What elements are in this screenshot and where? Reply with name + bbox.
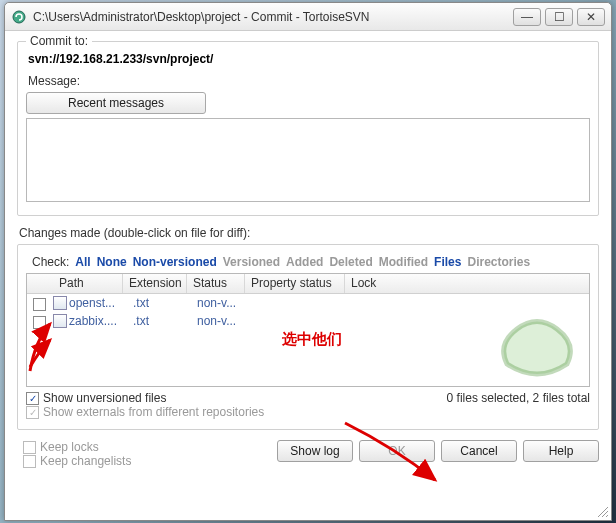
keep-locks-checkbox: Keep locks [23,440,131,454]
file-status: non-v... [191,314,249,328]
selection-status: 0 files selected, 2 files total [447,391,590,405]
filter-directories: Directories [467,255,530,269]
file-checkbox[interactable] [33,298,46,311]
file-ext: .txt [127,314,191,328]
file-status: non-v... [191,296,249,310]
show-externals-label: Show externals from different repositori… [43,405,264,419]
file-row[interactable]: openst... .txt non-v... [27,294,589,312]
col-path[interactable]: Path [53,274,123,293]
commit-to-label: Commit to: [26,34,92,48]
changes-made-label: Changes made (double-click on file for d… [19,226,599,240]
file-icon [53,296,67,310]
ok-label: OK [388,444,405,458]
cancel-button[interactable]: Cancel [441,440,517,462]
message-label: Message: [28,74,590,88]
show-log-label: Show log [290,444,339,458]
titlebar[interactable]: C:\Users\Administrator\Desktop\project -… [5,3,611,31]
filter-modified: Modified [379,255,428,269]
show-log-button[interactable]: Show log [277,440,353,462]
file-ext: .txt [127,296,191,310]
filter-none[interactable]: None [97,255,127,269]
minimize-icon: — [521,10,533,24]
col-property[interactable]: Property status [245,274,345,293]
show-unversioned-checkbox[interactable]: ✓Show unversioned files [26,391,264,405]
resize-gripper[interactable] [595,504,609,518]
show-externals-checkbox: ✓Show externals from different repositor… [26,405,264,419]
recent-messages-button[interactable]: Recent messages [26,92,206,114]
file-list[interactable]: Path Extension Status Property status Lo… [26,273,590,387]
file-checkbox[interactable] [33,316,46,329]
cancel-label: Cancel [460,444,497,458]
svg-point-0 [13,11,25,23]
recent-messages-label: Recent messages [68,96,164,110]
commit-dialog: C:\Users\Administrator\Desktop\project -… [4,2,612,521]
svg-line-3 [606,515,608,517]
check-label: Check: [32,255,69,269]
file-name: zabbix.... [69,314,117,328]
close-icon: ✕ [586,10,596,24]
keep-changelists-label: Keep changelists [40,454,131,468]
window-title: C:\Users\Administrator\Desktop\project -… [33,10,513,24]
commit-message-input[interactable] [26,118,590,202]
file-list-header[interactable]: Path Extension Status Property status Lo… [27,274,589,294]
filter-added: Added [286,255,323,269]
check-filter-row: Check: All None Non-versioned Versioned … [32,255,590,269]
close-button[interactable]: ✕ [577,8,605,26]
filter-versioned: Versioned [223,255,280,269]
filter-nonversioned[interactable]: Non-versioned [133,255,217,269]
help-label: Help [549,444,574,458]
changes-group: Check: All None Non-versioned Versioned … [17,244,599,430]
show-unversioned-label: Show unversioned files [43,391,166,405]
col-extension[interactable]: Extension [123,274,187,293]
commit-to-group: Commit to: svn://192.168.21.233/svn/proj… [17,41,599,216]
file-icon [53,314,67,328]
col-status[interactable]: Status [187,274,245,293]
col-lock[interactable]: Lock [345,274,589,293]
minimize-button[interactable]: — [513,8,541,26]
ok-button[interactable]: OK [359,440,435,462]
keep-locks-label: Keep locks [40,440,99,454]
commit-url: svn://192.168.21.233/svn/project/ [26,50,590,72]
filter-files[interactable]: Files [434,255,461,269]
filter-all[interactable]: All [75,255,90,269]
help-button[interactable]: Help [523,440,599,462]
filter-deleted: Deleted [329,255,372,269]
file-row[interactable]: zabbix.... .txt non-v... [27,312,589,330]
keep-changelists-checkbox: Keep changelists [23,454,131,468]
file-name: openst... [69,296,115,310]
maximize-icon: ☐ [554,10,565,24]
app-icon [11,9,27,25]
maximize-button[interactable]: ☐ [545,8,573,26]
